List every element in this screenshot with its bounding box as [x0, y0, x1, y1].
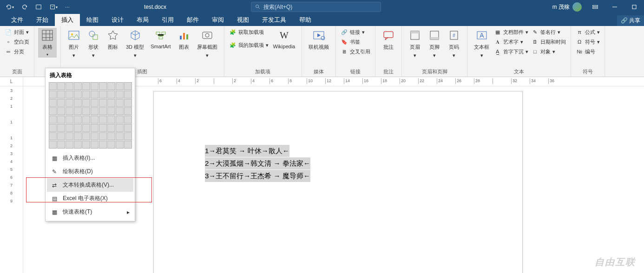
grid-cell[interactable]: [99, 132, 107, 140]
doc-line-1[interactable]: 1→君莫笑 → 叶休→散人←: [205, 145, 289, 157]
grid-cell[interactable]: [57, 99, 65, 107]
cover-page-button[interactable]: 📄封面 ▾: [4, 28, 30, 36]
grid-cell[interactable]: [124, 124, 132, 132]
grid-cell[interactable]: [82, 107, 90, 115]
grid-cell[interactable]: [57, 124, 65, 132]
grid-cell[interactable]: [57, 82, 65, 90]
grid-cell[interactable]: [49, 141, 57, 149]
object-button[interactable]: □对象 ▾: [530, 47, 567, 56]
grid-cell[interactable]: [49, 124, 57, 132]
page-break-button[interactable]: ═分页: [4, 47, 30, 56]
tab-design[interactable]: 设计: [105, 14, 130, 26]
grid-cell[interactable]: [82, 132, 90, 140]
grid-cell[interactable]: [99, 91, 107, 98]
grid-cell[interactable]: [116, 132, 124, 140]
search-box[interactable]: 搜索(Alt+Q): [251, 2, 381, 12]
header-button[interactable]: 页眉 ▾: [406, 28, 424, 59]
grid-cell[interactable]: [124, 99, 132, 107]
grid-cell[interactable]: [49, 99, 57, 107]
crossref-button[interactable]: 🗎交叉引用: [340, 47, 371, 56]
grid-cell[interactable]: [107, 124, 115, 132]
grid-cell[interactable]: [49, 82, 57, 90]
grid-cell[interactable]: [99, 141, 107, 149]
grid-cell[interactable]: [66, 124, 73, 132]
share-button[interactable]: 🔗 共享: [617, 15, 644, 26]
grid-cell[interactable]: [107, 99, 115, 107]
grid-cell[interactable]: [91, 132, 99, 140]
symbol-button[interactable]: Ω符号 ▾: [575, 38, 601, 46]
grid-cell[interactable]: [82, 82, 90, 90]
grid-cell[interactable]: [124, 116, 132, 124]
grid-cell[interactable]: [74, 91, 82, 98]
grid-cell[interactable]: [91, 124, 99, 132]
grid-cell[interactable]: [49, 116, 57, 124]
table-button[interactable]: 表格▾: [38, 28, 57, 58]
grid-cell[interactable]: [74, 141, 82, 149]
document-content[interactable]: 1→君莫笑 → 叶休→散人← 2→大漠孤烟→韩文清 → 拳法家← 3→王不留行→…: [205, 145, 310, 182]
ribbon-mode-button[interactable]: [585, 0, 605, 14]
grid-cell[interactable]: [57, 91, 65, 98]
dropcap-button[interactable]: A̲首字下沉 ▾: [493, 47, 529, 56]
wordart-button[interactable]: 𝐀艺术字 ▾: [493, 38, 529, 46]
grid-cell[interactable]: [91, 99, 99, 107]
grid-cell[interactable]: [107, 116, 115, 124]
grid-cell[interactable]: [91, 107, 99, 115]
grid-cell[interactable]: [107, 141, 115, 149]
redo-button[interactable]: [20, 2, 30, 12]
tab-draw[interactable]: 绘图: [80, 14, 105, 26]
3dmodel-button[interactable]: 3D 模型 ▾: [123, 28, 147, 59]
grid-cell[interactable]: [116, 91, 124, 98]
grid-cell[interactable]: [99, 124, 107, 132]
grid-cell[interactable]: [116, 82, 124, 90]
grid-cell[interactable]: [91, 91, 99, 98]
menu-insert-table[interactable]: ▦插入表格(I)...: [47, 151, 133, 165]
doc-line-2[interactable]: 2→大漠孤烟→韩文清 → 拳法家←: [205, 157, 310, 169]
grid-cell[interactable]: [82, 99, 90, 107]
grid-cell[interactable]: [91, 116, 99, 124]
tab-help[interactable]: 帮助: [293, 14, 318, 26]
chart-button[interactable]: 图表: [175, 28, 193, 52]
icons-button[interactable]: 图标: [104, 28, 122, 52]
menu-convert-text-to-table[interactable]: ⇄文本转换成表格(V)...: [47, 178, 133, 192]
blank-page-button[interactable]: ▫空白页: [4, 38, 30, 46]
vertical-ruler[interactable]: 3211123456789: [0, 86, 23, 273]
tab-mailings[interactable]: 邮件: [180, 14, 205, 26]
grid-cell[interactable]: [49, 107, 57, 115]
grid-cell[interactable]: [57, 141, 65, 149]
grid-cell[interactable]: [99, 99, 107, 107]
tab-review[interactable]: 审阅: [205, 14, 230, 26]
grid-cell[interactable]: [116, 124, 124, 132]
wikipedia-button[interactable]: WWikipedia: [270, 28, 298, 50]
menu-draw-table[interactable]: ✎绘制表格(D): [47, 165, 133, 178]
comment-button[interactable]: 批注: [379, 28, 398, 52]
grid-cell[interactable]: [66, 132, 73, 140]
grid-cell[interactable]: [124, 132, 132, 140]
grid-cell[interactable]: [124, 107, 132, 115]
grid-cell[interactable]: [124, 91, 132, 98]
picture-button[interactable]: 图片 ▾: [65, 28, 83, 59]
grid-cell[interactable]: [116, 107, 124, 115]
tab-insert[interactable]: 插入: [55, 14, 80, 26]
grid-cell[interactable]: [116, 141, 124, 149]
grid-cell[interactable]: [107, 132, 115, 140]
get-addins-button[interactable]: 🧩获取加载项: [228, 28, 269, 36]
grid-cell[interactable]: [116, 116, 124, 124]
grid-cell[interactable]: [74, 124, 82, 132]
grid-cell[interactable]: [66, 141, 73, 149]
tab-dev[interactable]: 开发工具: [256, 14, 293, 26]
grid-cell[interactable]: [82, 124, 90, 132]
menu-quick-table[interactable]: ▦快速表格(T)▸: [47, 205, 133, 219]
bookmark-button[interactable]: 🔖书签: [340, 38, 371, 46]
tab-file[interactable]: 文件: [5, 14, 30, 26]
tab-layout[interactable]: 布局: [130, 14, 155, 26]
docparts-button[interactable]: ▦文档部件 ▾: [493, 28, 529, 36]
grid-cell[interactable]: [74, 82, 82, 90]
table-size-grid[interactable]: [47, 82, 133, 151]
grid-cell[interactable]: [116, 99, 124, 107]
grid-cell[interactable]: [49, 132, 57, 140]
undo-button[interactable]: ▾: [4, 2, 16, 12]
maximize-button[interactable]: [624, 0, 644, 14]
grid-cell[interactable]: [91, 141, 99, 149]
textbox-button[interactable]: A文本框 ▾: [471, 28, 492, 59]
grid-cell[interactable]: [107, 91, 115, 98]
